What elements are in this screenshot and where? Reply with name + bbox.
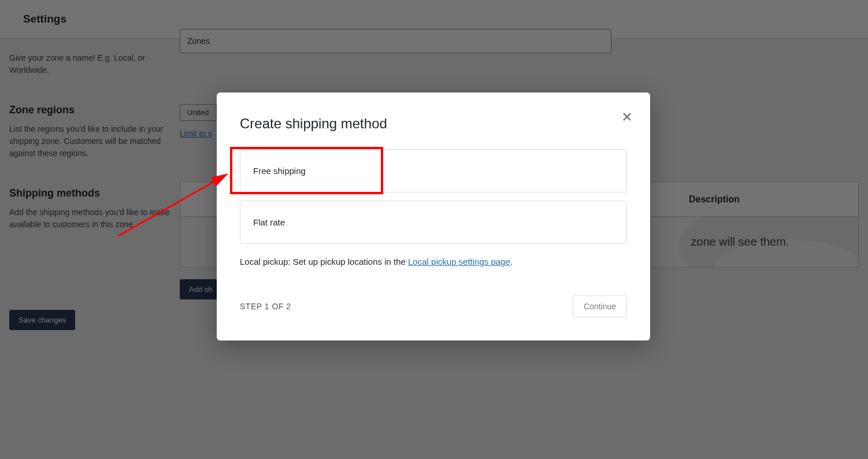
continue-button[interactable]: Continue [573, 295, 627, 317]
option-free-label: Free shipping [253, 166, 306, 176]
pickup-note: Local pickup: Set up pickup locations in… [240, 257, 627, 266]
pickup-prefix: Local pickup: Set up pickup locations in… [240, 257, 408, 266]
option-free-shipping[interactable]: Free shipping [240, 149, 627, 193]
modal-footer: STEP 1 OF 2 Continue [240, 295, 627, 317]
option-flat-label: Flat rate [253, 217, 285, 227]
pickup-settings-link[interactable]: Local pickup settings page [408, 257, 510, 266]
option-flat-rate[interactable]: Flat rate [240, 201, 627, 244]
close-icon[interactable] [622, 112, 634, 124]
create-shipping-method-modal: Create shipping method Free shipping Fla… [217, 92, 650, 340]
step-indicator: STEP 1 OF 2 [240, 302, 291, 311]
pickup-suffix: . [510, 257, 513, 266]
modal-title: Create shipping method [240, 116, 627, 132]
